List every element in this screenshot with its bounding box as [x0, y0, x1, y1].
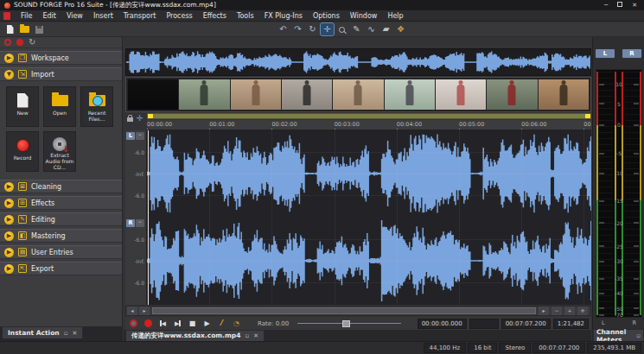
selection-length-field[interactable] — [469, 319, 499, 329]
video-frame-thumbnail[interactable] — [539, 79, 589, 110]
play-plugin-button[interactable]: ⁄ — [216, 319, 227, 329]
snap-icon[interactable]: ✛ — [137, 115, 143, 130]
float-icon[interactable]: ▫ — [245, 332, 249, 339]
channel-meters-tab[interactable]: Channel Meters ▫ — [593, 329, 644, 341]
scrollbar-track[interactable] — [152, 307, 536, 314]
magnify-tool-button[interactable] — [335, 23, 348, 35]
close-button[interactable]: ✕ — [632, 2, 637, 9]
video-frame-thumbnail[interactable] — [385, 79, 435, 110]
cursor-position-field[interactable]: 00:00:00.000 — [418, 319, 467, 329]
expand-arrow-icon[interactable]: ▶ — [4, 215, 14, 224]
edit-tool-button[interactable]: ✛ — [321, 23, 334, 35]
channel-minimize-button[interactable]: – — [136, 132, 144, 140]
expand-arrow-icon[interactable]: ▶ — [4, 248, 14, 257]
sidebar-section-effects[interactable]: ▶⊞Effects — [0, 196, 122, 210]
zoom-ratio-field[interactable]: 1:21,482 — [553, 319, 589, 329]
menu-process[interactable]: Process — [161, 11, 197, 21]
sidebar-section-import[interactable]: ▼⇲Import — [0, 67, 122, 81]
video-frame-thumbnail[interactable] — [231, 79, 281, 110]
redo-button[interactable]: ↷ — [291, 23, 304, 35]
time-ruler[interactable]: 00:00:0000:01:0000:02:0000:03:0000:04:00… — [147, 120, 591, 130]
record-button[interactable] — [143, 319, 154, 329]
undo-button[interactable]: ↶ — [277, 23, 290, 35]
auto-preview-button[interactable] — [4, 39, 11, 46]
loop-start-marker[interactable] — [148, 114, 153, 118]
maximize-button[interactable] — [617, 2, 622, 7]
action-tile-new[interactable]: New — [6, 86, 39, 127]
channel-minimize-button[interactable]: – — [136, 219, 144, 227]
total-length-field[interactable]: 00:07:07.200 — [501, 319, 551, 329]
menu-transport[interactable]: Transport — [118, 11, 162, 21]
sidebar-section-user-entries[interactable]: ▶▤User Entries — [0, 245, 122, 259]
repeat-button[interactable]: ↻ — [306, 23, 319, 35]
video-frame-thumbnail[interactable] — [333, 79, 383, 110]
action-tile-extract-audio-from-cd-[interactable]: Extract Audio from CD... — [43, 131, 76, 172]
record-button[interactable] — [16, 39, 23, 46]
horizontal-scrollbar[interactable]: ◂ ▸ ▸−+✛ — [125, 306, 591, 316]
open-file-button[interactable] — [18, 23, 31, 35]
expand-arrow-icon[interactable]: ▶ — [4, 199, 14, 208]
close-tab-icon[interactable]: ✕ — [253, 332, 258, 339]
loop-region-bar[interactable] — [147, 113, 591, 119]
play-button[interactable]: ▶ — [201, 319, 213, 329]
sidebar-section-cleaning[interactable]: ▶⊠Cleaning — [0, 180, 122, 193]
minimize-button[interactable]: ─ — [604, 2, 608, 9]
zoom-selection-button[interactable]: ▸ — [539, 307, 549, 315]
video-frame-thumbnail[interactable] — [487, 79, 537, 110]
sidebar-section-workspace[interactable]: ▶❐Workspace — [0, 51, 122, 65]
go-to-start-button[interactable]: ◀ — [157, 319, 169, 329]
video-frame-thumbnail[interactable] — [128, 79, 178, 110]
scroll-right-button[interactable]: ▸ — [139, 307, 150, 315]
close-tab-icon[interactable]: ✕ — [72, 330, 77, 337]
scroll-left-button[interactable]: ◂ — [127, 307, 137, 315]
expand-arrow-icon[interactable]: ▶ — [4, 264, 14, 274]
sidebar-section-mastering[interactable]: ▶◧Mastering — [0, 229, 122, 243]
rate-slider[interactable] — [297, 319, 401, 328]
zoom-in-time-button[interactable]: + — [564, 307, 575, 315]
channel-l-button[interactable]: L — [126, 132, 135, 140]
zoom-normal-button[interactable]: ✛ — [577, 307, 588, 315]
refresh-button[interactable]: ↻ — [29, 38, 35, 47]
record-special-button[interactable] — [128, 319, 139, 329]
new-file-button[interactable] — [3, 23, 16, 35]
sidebar-section-export[interactable]: ▶⇱Export — [0, 262, 122, 275]
action-tile-open[interactable]: Open — [43, 86, 76, 127]
video-frame-thumbnail[interactable] — [179, 79, 229, 110]
action-tile-record[interactable]: Record — [6, 131, 39, 172]
pencil-tool-button[interactable]: ✎ — [350, 23, 363, 35]
stop-button[interactable]: ■ — [187, 319, 198, 329]
video-thumbnail-strip[interactable] — [125, 77, 591, 112]
float-icon[interactable]: ▫ — [64, 330, 68, 337]
menu-fx-plug-ins[interactable]: FX Plug-Ins — [259, 11, 308, 21]
float-icon[interactable]: ▫ — [636, 332, 641, 339]
go-to-end-button[interactable]: ▶ — [172, 319, 183, 329]
expand-arrow-icon[interactable]: ▶ — [4, 54, 14, 63]
video-frame-thumbnail[interactable] — [282, 79, 332, 110]
expand-arrow-icon[interactable]: ▶ — [4, 182, 14, 192]
meter-l-button[interactable]: L — [596, 49, 615, 58]
smart-tool-button[interactable]: ❖ — [394, 23, 407, 35]
menu-options[interactable]: Options — [308, 11, 345, 21]
menu-tools[interactable]: Tools — [232, 11, 259, 21]
level-meter[interactable]: 1050-5-10-15-20-25-30-35-40-50-70 — [596, 69, 642, 318]
menu-effects[interactable]: Effects — [198, 11, 232, 21]
sidebar-section-editing[interactable]: ▶✎Editing — [0, 212, 122, 226]
meter-r-button[interactable]: R — [622, 49, 641, 58]
loop-end-marker[interactable] — [585, 114, 590, 118]
menu-file[interactable]: File — [16, 11, 37, 21]
save-file-button[interactable] — [33, 23, 46, 35]
eraser-tool-button[interactable]: ▰ — [379, 23, 392, 35]
video-frame-thumbnail[interactable] — [436, 79, 486, 110]
menu-help[interactable]: Help — [382, 11, 408, 21]
menu-view[interactable]: View — [61, 11, 88, 21]
action-tile-recent-files-[interactable]: Recent Files... — [80, 86, 113, 127]
waveform-canvas[interactable] — [147, 130, 591, 305]
channel-r-button[interactable]: R — [126, 219, 135, 227]
waveform-overview[interactable] — [125, 48, 591, 76]
instant-action-tab[interactable]: Instant Action ▫ ✕ — [2, 326, 83, 338]
loop-playback-button[interactable]: ◔ — [231, 319, 242, 329]
scrollbar-thumb[interactable] — [152, 307, 536, 314]
expand-arrow-icon[interactable]: ▶ — [4, 231, 14, 241]
document-tab[interactable]: 传递的安详www.ssdax.com.mp4 ▫ ✕ — [125, 330, 265, 341]
collapse-arrow-icon[interactable]: ▼ — [4, 70, 14, 79]
